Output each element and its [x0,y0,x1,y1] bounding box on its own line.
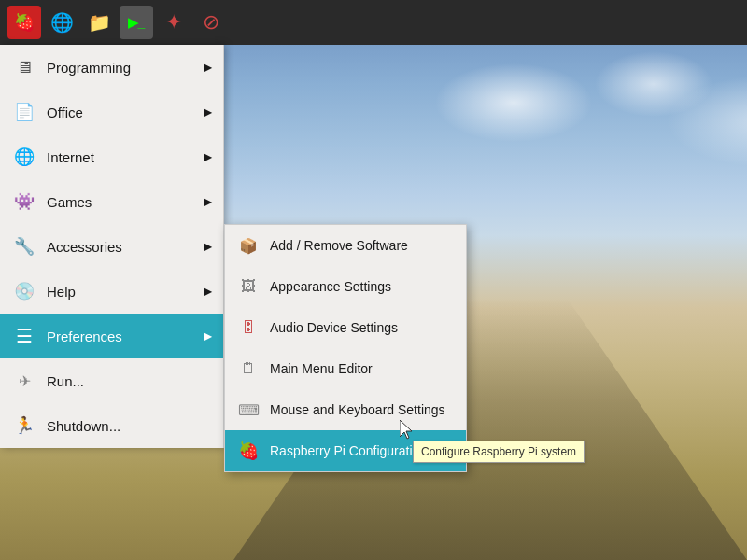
office-icon: 📄 [11,99,37,125]
menu-editor-label: Main Menu Editor [270,361,373,376]
preferences-arrow: ▶ [204,329,212,343]
run-icon: ✈ [11,368,37,394]
games-label: Games [47,194,92,210]
programming-label: Programming [47,60,131,76]
add-remove-label: Add / Remove Software [270,238,408,253]
preferences-label: Preferences [47,329,122,344]
raspi-config-label: Raspberry Pi Configuration [270,443,427,458]
programming-arrow: ▶ [204,61,212,74]
mouse-keyboard-icon: ⌨ [236,398,261,422]
submenu-add-remove-software[interactable]: 📦 Add / Remove Software [225,225,466,266]
programming-icon: 🖥 [11,54,37,80]
help-arrow: ▶ [204,285,212,298]
internet-arrow: ▶ [204,150,212,163]
submenu-appearance-settings[interactable]: 🖼 Appearance Settings [225,266,466,307]
files-icon[interactable]: 📁 [82,6,116,39]
games-arrow: ▶ [204,195,212,208]
starred-icon[interactable]: ✦ [157,6,190,39]
menu-item-games[interactable]: 👾 Games ▶ [0,179,223,224]
raspberry-menu-icon[interactable]: 🍓 [7,6,41,39]
help-icon: 💿 [11,278,37,304]
mouse-keyboard-label: Mouse and Keyboard Settings [270,402,445,417]
menu-item-internet[interactable]: 🌐 Internet ▶ [0,134,223,179]
internet-icon: 🌐 [11,144,37,170]
run-label: Run... [47,373,84,389]
appearance-label: Appearance Settings [270,279,391,294]
terminal-taskbar-icon[interactable]: ▶_ [120,6,153,39]
accessories-icon: 🔧 [11,233,37,259]
menu-item-office[interactable]: 📄 Office ▶ [0,90,223,134]
menu-item-programming[interactable]: 🖥 Programming ▶ [0,45,223,90]
desktop: 🍓 🌐 📁 ▶_ ✦ ⊘ 🖥 Programming ▶ 📄 Office ▶ … [0,0,747,560]
office-arrow: ▶ [204,105,212,119]
audio-icon: 🎛 [236,315,261,340]
audio-label: Audio Device Settings [270,320,398,335]
menu-item-accessories[interactable]: 🔧 Accessories ▶ [0,224,223,269]
office-label: Office [47,105,83,120]
submenu-mouse-keyboard-settings[interactable]: ⌨ Mouse and Keyboard Settings [225,389,466,430]
preferences-icon: ☰ [11,323,37,349]
help-taskbar-icon[interactable]: ⊘ [194,6,228,39]
add-remove-icon: 📦 [236,233,261,258]
submenu-main-menu-editor[interactable]: 🗒 Main Menu Editor [225,348,466,389]
shutdown-label: Shutdown... [47,418,120,434]
tooltip: Configure Raspberry Pi system [413,441,585,463]
raspi-config-icon: 🍓 [236,439,261,463]
help-label: Help [47,284,76,300]
shutdown-icon: 🏃 [11,413,37,439]
accessories-label: Accessories [47,239,122,255]
games-icon: 👾 [11,189,37,215]
menu-editor-icon: 🗒 [236,357,261,381]
menu-item-help[interactable]: 💿 Help ▶ [0,269,223,314]
preferences-submenu: 📦 Add / Remove Software 🖼 Appearance Set… [224,224,467,472]
browser-icon[interactable]: 🌐 [45,6,78,39]
tooltip-text: Configure Raspberry Pi system [421,445,576,458]
taskbar: 🍓 🌐 📁 ▶_ ✦ ⊘ [0,0,747,45]
menu-item-shutdown[interactable]: 🏃 Shutdown... [0,403,223,448]
internet-label: Internet [47,149,94,165]
main-menu: 🖥 Programming ▶ 📄 Office ▶ 🌐 Internet ▶ … [0,45,224,448]
appearance-icon: 🖼 [236,274,261,299]
menu-item-run[interactable]: ✈ Run... [0,358,223,403]
submenu-audio-device-settings[interactable]: 🎛 Audio Device Settings [225,307,466,348]
menu-item-preferences[interactable]: ☰ Preferences ▶ [0,314,223,358]
accessories-arrow: ▶ [204,240,212,253]
